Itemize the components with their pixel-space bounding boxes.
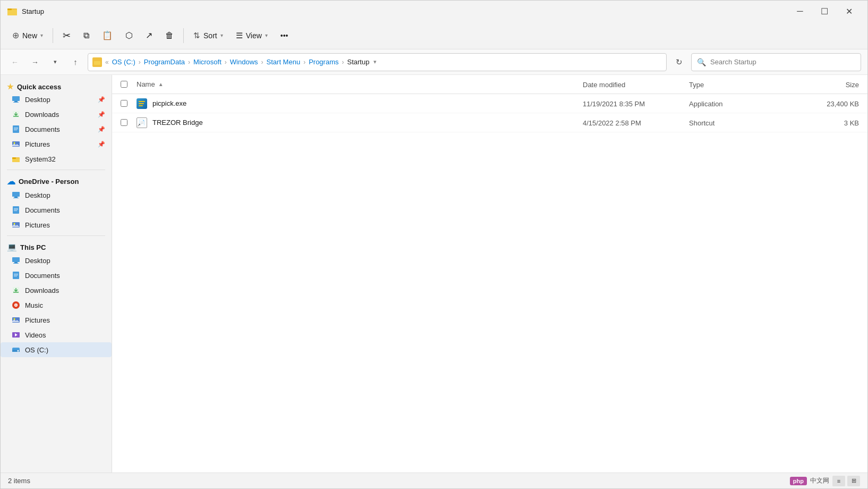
row2-date: 4/15/2022 2:58 PM: [583, 119, 689, 127]
breadcrumb-folder-icon: [92, 57, 102, 67]
sidebar-item-pictures-pc[interactable]: Pictures: [1, 313, 112, 327]
paste-button[interactable]: 📋: [97, 26, 118, 46]
title-bar-controls: ─ ☐ ✕: [788, 3, 861, 20]
row2-size-value: 3 KB: [844, 119, 859, 127]
table-row[interactable]: picpick.exe 11/19/2021 8:35 PM Applicati…: [112, 94, 867, 113]
breadcrumb-sep-3: ›: [225, 58, 227, 66]
sidebar-item-documents-od[interactable]: Documents: [1, 203, 112, 217]
header-date[interactable]: Date modified: [583, 80, 689, 89]
search-input[interactable]: [710, 58, 855, 66]
row2-size: 3 KB: [795, 119, 859, 127]
back-button[interactable]: ←: [7, 54, 23, 70]
sidebar-item-downloads-pc[interactable]: Downloads: [1, 283, 112, 298]
share-button[interactable]: ↗: [140, 26, 158, 46]
table-row[interactable]: 📄 ↗ TREZOR Bridge 4/15/2022 2:58 PM Shor…: [112, 113, 867, 132]
thispc-label: This PC: [20, 243, 46, 251]
row2-filename: TREZOR Bridge: [152, 119, 203, 127]
documents-icon-qa: [11, 124, 21, 134]
new-label: New: [22, 31, 37, 40]
sidebar-item-desktop-pc[interactable]: Desktop: [1, 253, 112, 268]
sidebar-label-videos-pc: Videos: [25, 331, 46, 339]
new-button[interactable]: ⊕ New ▾: [7, 26, 48, 46]
more-button[interactable]: •••: [275, 26, 294, 46]
header-size[interactable]: Size: [795, 80, 859, 89]
drive-icon-pc: [11, 345, 21, 355]
row1-checkbox[interactable]: [121, 100, 127, 107]
search-icon: 🔍: [697, 58, 706, 66]
cut-button[interactable]: ✂: [57, 26, 76, 46]
downloads-icon-pc: [11, 285, 21, 295]
grid-view-icon[interactable]: ⊞: [847, 476, 860, 486]
status-icons: ≡ ⊞: [832, 476, 860, 486]
breadcrumb-expand-icon: ▾: [373, 58, 377, 65]
select-all-checkbox[interactable]: [121, 81, 127, 88]
downloads-icon-qa: [11, 109, 21, 119]
sidebar-item-documents-qa[interactable]: Documents 📌: [1, 122, 112, 137]
breadcrumb-item-programdata[interactable]: ProgramData: [144, 58, 185, 66]
status-bar: 2 items php 中文网 ≡ ⊞: [1, 473, 867, 488]
onedrive-icon: ☁: [7, 176, 15, 187]
svg-rect-11: [14, 128, 18, 128]
system32-icon: [11, 154, 21, 164]
breadcrumb-item-microsoft[interactable]: Microsoft: [193, 58, 222, 66]
quick-access-header[interactable]: ★ Quick access: [1, 79, 112, 92]
breadcrumb-item-windows[interactable]: Windows: [230, 58, 258, 66]
quick-access-star-icon: ★: [7, 82, 14, 91]
row2-checkbox[interactable]: [121, 119, 127, 126]
sidebar-item-osc-pc[interactable]: OS (C:): [1, 342, 112, 357]
sidebar-item-desktop-od[interactable]: Desktop: [1, 188, 112, 203]
breadcrumb-item-startmenu[interactable]: Start Menu: [267, 58, 301, 66]
sidebar-item-downloads-qa[interactable]: Downloads 📌: [1, 107, 112, 122]
header-type[interactable]: Type: [689, 80, 795, 89]
new-chevron-icon: ▾: [40, 32, 43, 38]
svg-rect-2: [7, 9, 12, 10]
delete-button[interactable]: 🗑: [160, 26, 179, 46]
copy-button[interactable]: ⧉: [78, 26, 95, 46]
svg-rect-30: [13, 263, 19, 264]
sidebar-item-pictures-qa[interactable]: Pictures 📌: [1, 137, 112, 151]
sidebar-item-pictures-od[interactable]: Pictures: [1, 217, 112, 232]
copy-icon: ⧉: [83, 31, 89, 40]
pictures-icon-qa: [11, 139, 21, 149]
recent-locations-button[interactable]: ▾: [47, 54, 63, 70]
forward-button[interactable]: →: [27, 54, 43, 70]
sidebar-label-pictures-pc: Pictures: [25, 316, 50, 324]
pin-icon-desktop-qa: 📌: [98, 96, 105, 103]
thispc-header[interactable]: 💻 This PC: [1, 239, 112, 253]
svg-rect-6: [14, 101, 18, 102]
maximize-button[interactable]: ☐: [812, 3, 837, 20]
svg-rect-20: [14, 197, 18, 198]
svg-rect-1: [7, 10, 17, 15]
list-view-icon[interactable]: ≡: [832, 476, 845, 486]
view-button[interactable]: ☰ View ▾: [231, 26, 273, 46]
breadcrumb-item-c[interactable]: OS (C:): [112, 58, 135, 66]
header-name[interactable]: Name ▲: [137, 80, 583, 88]
row2-check: [121, 119, 137, 126]
svg-rect-28: [12, 257, 20, 262]
svg-rect-25: [14, 210, 17, 211]
sidebar-item-music-pc[interactable]: Music: [1, 298, 112, 313]
sidebar-label-osc-pc: OS (C:): [25, 346, 48, 354]
sidebar-item-desktop-qa[interactable]: Desktop 📌: [1, 92, 112, 107]
php-badge: php: [790, 477, 807, 485]
pin-icon-documents-qa: 📌: [98, 126, 105, 133]
rename-button[interactable]: ⬡: [120, 26, 138, 46]
title-bar-left: Startup: [7, 6, 44, 16]
videos-icon-pc: [11, 330, 21, 340]
up-button[interactable]: ↑: [67, 54, 83, 70]
row1-size: 23,400 KB: [795, 99, 859, 108]
sidebar-item-system32[interactable]: System32: [1, 151, 112, 166]
search-bar: 🔍: [691, 53, 861, 71]
refresh-button[interactable]: ↻: [671, 54, 687, 70]
breadcrumb-sep-6: ›: [342, 58, 344, 66]
minimize-button[interactable]: ─: [788, 3, 812, 20]
sidebar-item-videos-pc[interactable]: Videos: [1, 327, 112, 342]
breadcrumb-item-startup[interactable]: Startup: [347, 58, 370, 66]
breadcrumb-item-programs[interactable]: Programs: [309, 58, 338, 66]
pin-icon-pictures-qa: 📌: [98, 141, 105, 148]
sort-button[interactable]: ⇅ Sort ▾: [188, 26, 228, 46]
onedrive-header[interactable]: ☁ OneDrive - Person: [1, 173, 112, 188]
sidebar-item-documents-pc[interactable]: Documents: [1, 268, 112, 283]
sidebar-divider-1: [7, 170, 105, 170]
close-button[interactable]: ✕: [837, 3, 861, 20]
